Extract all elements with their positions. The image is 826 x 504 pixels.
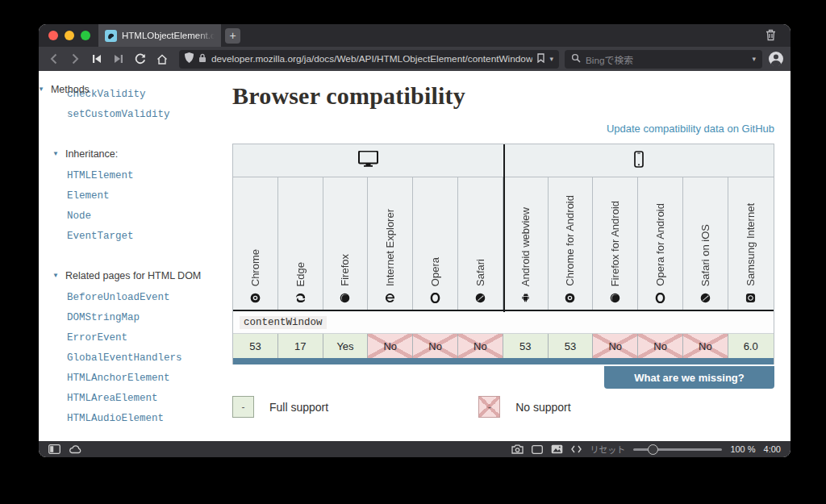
chrome-icon [565, 292, 575, 303]
browser-column-internet-explorer: Internet Explorer [368, 177, 413, 310]
search-bar[interactable]: Bingで検索 ▾ [565, 50, 762, 69]
browser-column-safari: Safari [458, 177, 503, 310]
camera-icon[interactable] [511, 444, 524, 454]
safari-icon [700, 292, 711, 303]
what-are-we-missing-button[interactable]: What are we missing? [604, 366, 774, 389]
skip-forward-icon[interactable] [111, 51, 127, 67]
ie-icon [385, 292, 395, 303]
browser-column-chrome: Chrome [233, 177, 278, 310]
support-cell-safari-on-ios[interactable]: No [683, 334, 728, 358]
sidebar-link-errorevent[interactable]: ErrorEvent [67, 328, 232, 348]
tab-title: HTMLObjectElement.conte [122, 31, 215, 40]
sidebar-section-heading[interactable]: ▼Related pages for HTML DOM [52, 265, 232, 285]
browser-name: Samsung Internet [745, 203, 757, 286]
reload-button[interactable] [132, 51, 148, 67]
browser-tab[interactable]: HTMLObjectElement.conte [98, 24, 221, 47]
shield-icon[interactable] [185, 52, 194, 66]
browser-name: Firefox for Android [609, 201, 621, 286]
support-legend: - Full support - No support [232, 396, 774, 418]
support-cell-samsung-internet[interactable]: 6.0 [728, 334, 774, 358]
back-button[interactable] [45, 51, 61, 67]
slider-knob[interactable] [648, 444, 658, 455]
support-cell-safari[interactable]: No [458, 334, 503, 358]
home-button[interactable] [154, 51, 170, 67]
github-update-link[interactable]: Update compatibility data on GitHub [232, 123, 774, 135]
page-content: ▼ Methods checkValiditysetCustomValidity… [39, 71, 791, 441]
browser-name: Chrome [249, 249, 261, 286]
url-text: developer.mozilla.org/ja/docs/Web/API/HT… [211, 53, 532, 65]
browser-name: Chrome for Android [564, 195, 576, 286]
support-cell-opera-for-android[interactable]: No [638, 334, 683, 358]
slider-track[interactable] [633, 448, 722, 451]
support-value-row: 5317YesNoNoNo5353NoNoNo6.0 [233, 334, 774, 358]
support-cell-chrome-for-android[interactable]: 53 [549, 334, 594, 358]
collapse-triangle-icon[interactable]: ▼ [52, 150, 59, 157]
new-tab-button[interactable]: + [225, 28, 240, 44]
minimize-window-button[interactable] [65, 31, 74, 40]
sidebar-link-domstringmap[interactable]: DOMStringMap [67, 308, 232, 328]
reset-label[interactable]: リセット [590, 443, 625, 456]
desktop-icon [358, 151, 378, 170]
browser-column-opera-for-android: Opera for Android [638, 177, 683, 310]
full-support-label: Full support [269, 401, 328, 414]
browser-name: Firefox [339, 254, 351, 286]
support-cell-chrome[interactable]: 53 [233, 334, 278, 358]
browser-name: Internet Explorer [384, 209, 396, 286]
urlbar-dropdown-icon[interactable]: ▾ [549, 55, 553, 63]
account-avatar-icon[interactable] [768, 51, 784, 67]
collapse-triangle-icon[interactable]: ▼ [52, 272, 59, 279]
main-article: Browser compatibility Update compatibili… [232, 71, 791, 441]
browser-name: Opera for Android [654, 203, 666, 286]
support-cell-firefox-for-android[interactable]: No [593, 334, 638, 358]
sidebar-link-eventtarget[interactable]: EventTarget [67, 227, 232, 247]
bookmark-icon[interactable] [537, 52, 544, 66]
skip-back-icon[interactable] [89, 51, 105, 67]
desktop-background: HTMLObjectElement.conte + [0, 0, 826, 504]
zoom-slider[interactable] [633, 444, 722, 455]
sidebar-section-heading[interactable]: ▼Inheritance: [52, 144, 232, 164]
sidebar-link-globaleventhandlers[interactable]: GlobalEventHandlers [67, 348, 232, 369]
navigation-toolbar: developer.mozilla.org/ja/docs/Web/API/HT… [39, 47, 791, 71]
support-cell-internet-explorer[interactable]: No [368, 334, 413, 358]
cloud-icon[interactable] [69, 445, 81, 454]
android-icon [520, 292, 531, 303]
sidebar-toggle-icon[interactable] [48, 444, 60, 454]
compat-table: ChromeEdgeFirefoxInternet ExplorerOperaS… [232, 144, 774, 364]
page-title: Browser compatibility [232, 82, 774, 110]
forward-button[interactable] [67, 51, 83, 67]
sidebar-link-node[interactable]: Node [67, 206, 232, 227]
url-bar[interactable]: developer.mozilla.org/ja/docs/Web/API/HT… [179, 50, 559, 69]
browser-name: Edge [294, 262, 307, 286]
sidebar-section-methods-truncated[interactable]: ▼ Methods [39, 79, 90, 99]
zoom-value: 100 % [730, 444, 755, 454]
zoom-window-button[interactable] [81, 31, 90, 40]
sidebar-link-setcustomvalidity[interactable]: setCustomValidity [67, 105, 232, 125]
sidebar-link-checkvalidity[interactable]: checkValidity [67, 85, 232, 105]
sidebar-link-htmlanchorelement[interactable]: HTMLAnchorElement [67, 369, 232, 389]
support-cell-edge[interactable]: 17 [278, 334, 323, 358]
collapse-triangle-icon[interactable]: ▼ [39, 85, 44, 93]
support-cell-firefox[interactable]: Yes [323, 334, 369, 358]
sidebar-link-element[interactable]: Element [67, 186, 232, 206]
plus-icon: + [229, 29, 236, 42]
search-engine-dropdown-icon[interactable]: ▾ [752, 55, 756, 63]
close-window-button[interactable] [48, 31, 58, 40]
trash-icon[interactable] [766, 29, 776, 44]
code-icon[interactable] [571, 445, 582, 453]
sidebar-link-htmlaudioelement[interactable]: HTMLAudioElement [67, 409, 232, 429]
opera-icon [655, 292, 665, 303]
browser-name: Safari [474, 259, 486, 286]
sidebar-link-htmlelement[interactable]: HTMLElement [67, 166, 232, 186]
sidebar-link-htmlareaelement[interactable]: HTMLAreaElement [67, 389, 232, 409]
browser-column-android-webview: Android webview [503, 177, 549, 310]
sidebar-section-label: Inheritance: [65, 148, 118, 160]
frame-icon[interactable] [532, 445, 543, 454]
lock-icon[interactable] [198, 52, 206, 66]
sidebar-section-label: Related pages for HTML DOM [65, 270, 201, 281]
no-support-label: No support [515, 401, 570, 414]
sidebar-link-beforeunloadevent[interactable]: BeforeUnloadEvent [67, 288, 232, 308]
image-icon[interactable] [551, 444, 563, 454]
support-cell-opera[interactable]: No [413, 334, 458, 358]
support-cell-android-webview[interactable]: 53 [503, 334, 549, 358]
samsung-icon [745, 292, 756, 303]
